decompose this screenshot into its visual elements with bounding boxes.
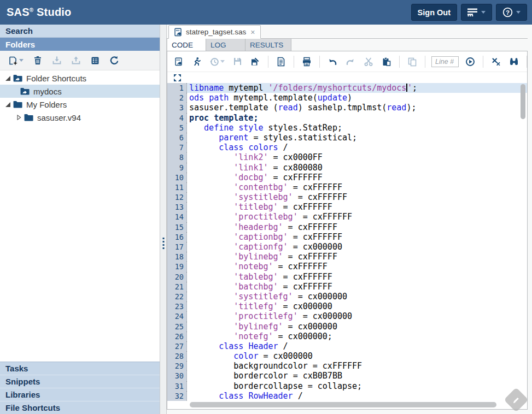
code-line-text: 'captionfg' = cx000000	[187, 242, 527, 252]
tab-code[interactable]: CODE	[167, 39, 206, 51]
code-line[interactable]: 32 class RowHeader /	[167, 391, 527, 401]
refresh-button[interactable]	[108, 55, 121, 67]
redo-button[interactable]	[344, 56, 357, 68]
sign-out-button[interactable]: Sign Out	[411, 4, 457, 21]
delete-button[interactable]	[31, 55, 44, 67]
code-line-text: 'proctitlebg' = cxFFFFFF	[187, 212, 527, 222]
undo-button[interactable]	[326, 56, 339, 68]
save-icon	[233, 57, 242, 66]
code-line[interactable]: 6 parent = styles.statistical;	[167, 133, 527, 143]
code-line[interactable]: 5 define style styles.StatRep;	[167, 123, 527, 133]
tab-log[interactable]: LOG	[206, 39, 245, 51]
more-options-button[interactable]	[461, 4, 492, 21]
code-line[interactable]: 23 'titlefg' = cx000000	[167, 301, 527, 311]
history-button[interactable]	[208, 56, 226, 68]
cut-button[interactable]	[362, 56, 375, 68]
panel-file-shortcuts[interactable]: File Shortcuts	[0, 401, 160, 414]
download-button[interactable]	[50, 55, 63, 67]
code-line[interactable]: 11 'contentbg' = cxFFFFFF	[167, 182, 527, 192]
download-icon	[52, 56, 62, 66]
code-line[interactable]: 12 'systitlebg' = cxFFFFFF	[167, 192, 527, 202]
tree-item-mydocs[interactable]: mydocs	[0, 85, 160, 98]
code-line[interactable]: 1libname mytempl '/folders/myshortcuts/m…	[167, 83, 527, 93]
code-line[interactable]: 3sasuser.template (read) sashelp.tmplmst…	[167, 103, 527, 113]
code-line[interactable]: 13 'titlebg' = cxFFFFFF	[167, 202, 527, 212]
code-line-text: color = cx000000	[187, 351, 527, 361]
code-line[interactable]: 7 class colors /	[167, 143, 527, 152]
maximize-view-button[interactable]	[172, 73, 183, 82]
splitter-handle-icon[interactable]	[162, 238, 164, 249]
new-item-button[interactable]	[7, 55, 25, 67]
goto-line-button[interactable]	[464, 56, 477, 68]
section-header-search[interactable]: Search	[0, 25, 160, 38]
find-replace-button[interactable]	[507, 56, 521, 68]
code-line[interactable]: 4proc template;	[167, 113, 527, 123]
tree-collapsed-icon[interactable]	[15, 115, 22, 120]
save-as-button[interactable]	[249, 56, 262, 68]
code-line[interactable]: 15 'headerbg' = cxFFFFFF	[167, 222, 527, 232]
code-line[interactable]: 18 'bylinebg' = cxFFFFFF	[167, 252, 527, 262]
tree-item-label: sasuser.v94	[37, 113, 81, 122]
code-line[interactable]: 14 'proctitlebg' = cxFFFFFF	[167, 212, 527, 222]
code-line[interactable]: 28 color = cx000000	[167, 351, 527, 361]
code-line[interactable]: 27 class Header /	[167, 341, 527, 351]
code-line[interactable]: 17 'captionfg' = cx000000	[167, 242, 527, 252]
document-lines-button[interactable]	[274, 56, 288, 68]
code-line[interactable]: 2ods path mytempl.template(update)	[167, 93, 527, 103]
code-line[interactable]: 9 'link1' = cx800080	[167, 163, 527, 173]
tree-expanded-icon[interactable]	[4, 76, 11, 81]
code-line[interactable]: 10 'docbg' = cxFFFFFF	[167, 173, 527, 182]
help-menu-button[interactable]: ?	[496, 4, 527, 21]
code-line[interactable]: 21 'batchbg' = cxFFFFFF	[167, 282, 527, 292]
pencil-icon	[512, 396, 521, 404]
code-line-text: class colors /	[187, 143, 527, 152]
line-number: 4	[167, 113, 187, 123]
code-line[interactable]: 8 'link2' = cx0000FF	[167, 152, 527, 162]
tab-results[interactable]: RESULTS	[245, 39, 291, 51]
code-editor[interactable]: 1libname mytempl '/folders/myshortcuts/m…	[167, 83, 527, 401]
paste-button[interactable]	[380, 56, 393, 68]
close-tab-icon[interactable]: ×	[250, 28, 255, 36]
upload-button[interactable]	[69, 55, 83, 67]
panel-libraries[interactable]: Libraries	[0, 388, 160, 401]
tree-item-sasuser-v94[interactable]: sasuser.v94	[0, 111, 160, 124]
line-number: 9	[167, 163, 187, 173]
properties-button[interactable]	[89, 55, 102, 67]
code-line[interactable]: 19 'notebg' = cxFFFFFF	[167, 262, 527, 271]
main-area: Search Folders Folder ShortcutsmydocsMy …	[0, 25, 532, 414]
horizontal-scrollbar-thumb[interactable]	[190, 402, 496, 407]
line-number: 19	[167, 262, 187, 271]
tree-expanded-icon[interactable]	[4, 102, 11, 107]
line-number: 32	[167, 391, 187, 401]
sidebar-splitter[interactable]	[160, 25, 167, 414]
code-line[interactable]: 16 'captionbg' = cxFFFFFF	[167, 232, 527, 242]
tree-item-my-folders[interactable]: My Folders	[0, 98, 160, 111]
code-line[interactable]: 31 bordercollapse = collapse;	[167, 381, 527, 391]
copy-button[interactable]	[406, 56, 419, 68]
save-button[interactable]	[231, 56, 244, 67]
clear-code-button[interactable]	[489, 56, 502, 68]
toolbar-separator	[294, 56, 294, 68]
sas-program-button[interactable]	[173, 56, 185, 67]
panel-snippets[interactable]: Snippets	[0, 375, 160, 388]
code-line-text: 'titlebg' = cxFFFFFF	[187, 202, 527, 212]
code-line[interactable]: 25 'bylinefg' = cx000000	[167, 322, 527, 332]
folder-shortcut-icon	[13, 74, 22, 82]
code-line[interactable]: 24 'proctitlefg' = cx000000	[167, 311, 527, 321]
document-tab[interactable]: statrep_tagset.sas ×	[168, 25, 261, 39]
toolbar-separator	[319, 56, 320, 68]
run-button[interactable]	[190, 56, 203, 68]
line-number-input[interactable]	[431, 56, 459, 67]
line-number: 27	[167, 341, 187, 351]
print-button[interactable]	[300, 56, 313, 68]
folder-icon	[24, 114, 33, 121]
code-line[interactable]: 29 backgroundcolor = cxFFFFFF	[167, 361, 527, 371]
code-line[interactable]: 20 'tablebg' = cxFFFFFF	[167, 272, 527, 282]
tree-item-folder-shortcuts[interactable]: Folder Shortcuts	[0, 72, 160, 85]
vertical-scrollbar-thumb[interactable]	[521, 84, 525, 119]
code-line[interactable]: 26 'notefg' = cx000000;	[167, 332, 527, 341]
code-line[interactable]: 22 'systitlefg' = cx000000	[167, 292, 527, 301]
code-line[interactable]: 30 bordercolor = cxB0B7BB	[167, 371, 527, 381]
section-header-folders[interactable]: Folders	[0, 38, 160, 51]
panel-tasks[interactable]: Tasks	[0, 362, 160, 375]
